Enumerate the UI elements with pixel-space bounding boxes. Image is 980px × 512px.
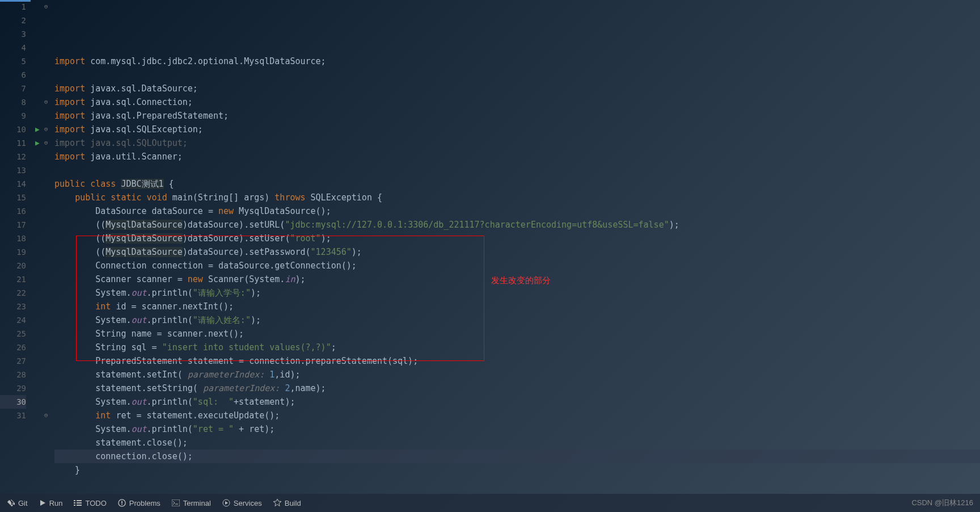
code-line[interactable]: statement.setString( parameterIndex: 2,n…: [54, 381, 980, 395]
line-number[interactable]: 2: [0, 14, 26, 27]
status-bar: Git Run TODO Problems Terminal Services …: [0, 494, 980, 512]
line-number[interactable]: 20: [0, 259, 26, 272]
line-number[interactable]: 7: [0, 82, 26, 95]
line-number[interactable]: 18: [0, 232, 26, 245]
fold-marker: [44, 204, 54, 218]
code-line[interactable]: Connection connection = dataSource.getCo…: [54, 259, 980, 272]
line-number[interactable]: 10: [0, 123, 26, 136]
code-line[interactable]: DataSource dataSource = new MysqlDataSou…: [54, 204, 980, 218]
line-number[interactable]: 22: [0, 286, 26, 300]
line-number[interactable]: 19: [0, 245, 26, 259]
code-line[interactable]: ((MysqlDataSource)dataSource).setUser("r…: [54, 232, 980, 245]
fold-marker: [44, 68, 54, 82]
line-number[interactable]: 17: [0, 218, 26, 232]
line-number[interactable]: 27: [0, 354, 26, 368]
run-marker: [31, 245, 44, 259]
run-gutter[interactable]: ▶▶: [31, 0, 44, 494]
line-number[interactable]: 5: [0, 54, 26, 68]
code-line[interactable]: import javax.sql.DataSource;: [54, 82, 980, 95]
run-marker[interactable]: ▶: [31, 136, 44, 150]
terminal-button[interactable]: Terminal: [172, 499, 211, 507]
code-line[interactable]: connection.close();: [54, 450, 980, 463]
fold-marker[interactable]: ⊖: [44, 136, 54, 150]
run-marker: [31, 272, 44, 286]
fold-marker[interactable]: ⊖: [44, 123, 54, 136]
line-number[interactable]: 28: [0, 368, 26, 381]
code-line[interactable]: public static void main(String[] args) t…: [54, 191, 980, 204]
code-line[interactable]: ((MysqlDataSource)dataSource).setURL("jd…: [54, 218, 980, 232]
line-number[interactable]: 25: [0, 327, 26, 341]
run-marker: [31, 150, 44, 163]
code-line[interactable]: System.out.println("请输入姓名:");: [54, 313, 980, 327]
line-number[interactable]: 24: [0, 313, 26, 327]
code-line[interactable]: System.out.println("sql: "+statement);: [54, 395, 980, 409]
line-number[interactable]: 16: [0, 204, 26, 218]
git-button[interactable]: Git: [7, 499, 28, 507]
problems-button[interactable]: Problems: [118, 499, 160, 507]
run-marker[interactable]: ▶: [31, 123, 44, 136]
line-number[interactable]: 14: [0, 177, 26, 191]
code-line[interactable]: statement.close();: [54, 436, 980, 450]
line-number[interactable]: 15: [0, 191, 26, 204]
line-number[interactable]: 3: [0, 27, 26, 41]
fold-gutter[interactable]: ⊖⊖⊖⊖⊖: [44, 0, 54, 494]
fold-marker[interactable]: ⊖: [44, 95, 54, 109]
line-number[interactable]: 31: [0, 409, 26, 422]
code-editor[interactable]: 1234567891011121314151617181920212223242…: [0, 0, 980, 494]
code-line[interactable]: }: [54, 463, 980, 477]
code-line[interactable]: import java.sql.Connection;: [54, 95, 980, 109]
fold-marker[interactable]: ⊖: [44, 409, 54, 422]
fold-marker: [44, 41, 54, 54]
code-line[interactable]: PreparedStatement statement = connection…: [54, 354, 980, 368]
line-number[interactable]: 13: [0, 163, 26, 177]
line-number[interactable]: 11: [0, 136, 26, 150]
code-line[interactable]: [54, 68, 980, 82]
code-line[interactable]: ((MysqlDataSource)dataSource).setPasswor…: [54, 245, 980, 259]
code-line[interactable]: import com.mysql.jdbc.jdbc2.optional.Mys…: [54, 54, 980, 68]
fold-marker: [44, 232, 54, 245]
run-marker: [31, 204, 44, 218]
line-number[interactable]: 30: [0, 395, 26, 409]
fold-marker: [44, 286, 54, 300]
code-line[interactable]: import java.sql.SQLOutput;: [54, 136, 980, 150]
code-line[interactable]: String sql = "insert into student values…: [54, 341, 980, 354]
run-marker: [31, 409, 44, 422]
code-line[interactable]: [54, 163, 980, 177]
line-number[interactable]: 9: [0, 109, 26, 123]
code-line[interactable]: import java.util.Scanner;: [54, 150, 980, 163]
line-number[interactable]: 8: [0, 95, 26, 109]
run-marker: [31, 68, 44, 82]
code-line[interactable]: statement.setInt( parameterIndex: 1,id);: [54, 368, 980, 381]
code-line[interactable]: import java.sql.SQLException;: [54, 123, 980, 136]
code-line[interactable]: int id = scanner.nextInt();: [54, 300, 980, 313]
fold-marker: [44, 54, 54, 68]
code-line[interactable]: System.out.println("请输入学号:");: [54, 286, 980, 300]
line-number[interactable]: 12: [0, 150, 26, 163]
fold-marker: [44, 27, 54, 41]
run-button[interactable]: Run: [39, 499, 63, 507]
code-line[interactable]: String name = scanner.next();: [54, 327, 980, 341]
build-button[interactable]: Build: [273, 499, 301, 507]
run-marker: [31, 177, 44, 191]
line-number[interactable]: 23: [0, 300, 26, 313]
fold-marker[interactable]: ⊖: [44, 0, 54, 14]
code-line[interactable]: public class JDBC测试1 {: [54, 177, 980, 191]
line-number[interactable]: 4: [0, 41, 26, 54]
line-number[interactable]: 29: [0, 381, 26, 395]
run-marker: [31, 395, 44, 409]
line-number[interactable]: 1: [0, 0, 26, 14]
code-line[interactable]: int ret = statement.executeUpdate();: [54, 409, 980, 422]
run-marker: [31, 354, 44, 368]
line-number-gutter[interactable]: 1234567891011121314151617181920212223242…: [0, 0, 31, 494]
services-button[interactable]: Services: [222, 499, 262, 507]
code-line[interactable]: import java.sql.PreparedStatement;: [54, 109, 980, 123]
fold-marker: [44, 300, 54, 313]
run-marker: [31, 27, 44, 41]
line-number[interactable]: 26: [0, 341, 26, 354]
fold-marker: [44, 163, 54, 177]
line-number[interactable]: 6: [0, 68, 26, 82]
line-number[interactable]: 21: [0, 272, 26, 286]
code-line[interactable]: System.out.println("ret = " + ret);: [54, 422, 980, 436]
code-content[interactable]: 发生改变的部分 import com.mysql.jdbc.jdbc2.opti…: [54, 0, 980, 494]
todo-button[interactable]: TODO: [74, 499, 106, 507]
